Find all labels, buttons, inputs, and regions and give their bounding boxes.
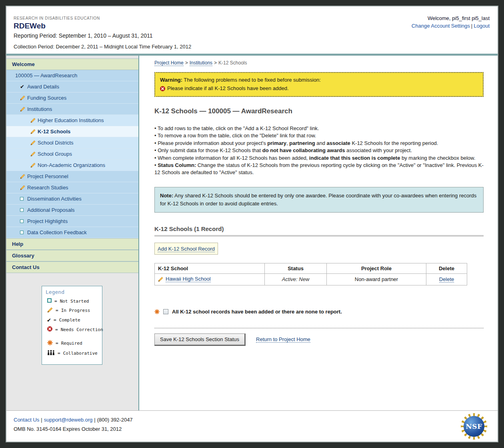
legend-equals: = — [54, 299, 57, 304]
save-section-status-button[interactable]: Save K-12 Schools Section Status — [154, 333, 246, 346]
page-footer: Contact Us|support@rdeweb.org|(800) 392-… — [6, 410, 498, 442]
legend-equals: = — [55, 327, 58, 332]
section-heading: K-12 Schools (1 Record) — [154, 225, 484, 232]
legend-row-not-started: = Not Started — [47, 298, 99, 304]
sidebar-item-label: Funding Sources — [27, 95, 66, 101]
legend-row-required: = Required — [47, 340, 99, 347]
all-records-added-checkbox[interactable] — [163, 309, 168, 314]
sidebar-item-research-studies[interactable]: Research Studies — [6, 182, 138, 193]
required-star-icon — [154, 309, 160, 314]
sidebar-item-funding-sources[interactable]: Funding Sources — [6, 92, 138, 104]
breadcrumb-separator: > — [185, 60, 188, 66]
sidebar-item-glossary[interactable]: Glossary — [6, 250, 138, 261]
sidebar-item-label: Non-Academic Organizations — [38, 162, 105, 168]
logout-link[interactable]: Logout — [474, 23, 490, 29]
school-cell: Hawaii High School — [155, 274, 265, 285]
account-links: Change Account Settings|Logout — [412, 23, 490, 29]
legend-label: Needs Correction — [61, 327, 103, 332]
delete-row-link[interactable]: Delete — [439, 276, 454, 283]
actions-separator — [154, 328, 484, 328]
sidebar-item-label: Institutions — [27, 106, 52, 112]
footer-phone: (800) 392-2047 — [97, 417, 133, 423]
column-header-project-role: Project Role — [327, 263, 426, 274]
add-k12-school-record-button[interactable]: Add K-12 School Record — [154, 243, 218, 255]
column-header-status: Status — [265, 263, 327, 274]
legend-label: Collaborative — [63, 351, 98, 356]
sidebar-item-institutions[interactable]: Institutions — [6, 104, 138, 115]
sidebar-item-school-groups[interactable]: School Groups — [6, 149, 138, 160]
sidebar-nav: Welcome 100005 — AwardResearch ✔Award De… — [6, 56, 139, 410]
table-row: Hawaii High School Active: New Non-award… — [155, 274, 467, 285]
sidebar-item-label: Project Highlights — [27, 218, 68, 224]
sidebar-item-label: Award Details — [27, 84, 59, 90]
sidebar-item-additional-proposals[interactable]: Additional Proposals — [6, 205, 138, 216]
sidebar-item-dissemination-activities[interactable]: Dissemination Activities — [6, 193, 138, 205]
sidebar-item-non-academic-organizations[interactable]: Non-Academic Organizations — [6, 160, 138, 171]
sidebar-item-project-highlights[interactable]: Project Highlights — [6, 216, 138, 227]
legend-equals: = — [58, 351, 60, 356]
add-k12-school-record-link[interactable]: Add K-12 School Record — [158, 246, 215, 252]
instruction-item: Only submit data for those K-12 Schools … — [154, 147, 484, 154]
link-separator: | — [471, 23, 472, 29]
sidebar-item-label: School Groups — [38, 151, 72, 157]
instruction-item: When complete information for all K-12 S… — [154, 155, 484, 162]
legend-label: Not Started — [60, 299, 89, 304]
pencil-icon — [20, 95, 27, 100]
sidebar-item-help[interactable]: Help — [6, 238, 138, 250]
school-record-link[interactable]: Hawaii High School — [166, 276, 211, 282]
sidebar-item-project-personnel[interactable]: Project Personnel — [6, 171, 138, 182]
legend-equals: = — [54, 317, 56, 323]
sidebar-item-contact-us[interactable]: Contact Us — [6, 261, 138, 273]
sidebar-item-data-collection-feedback[interactable]: Data Collection Feedback — [6, 227, 138, 238]
pencil-icon — [158, 277, 163, 282]
sidebar-item-label: Additional Proposals — [27, 207, 75, 213]
not-started-icon — [20, 219, 27, 223]
breadcrumb-project-home[interactable]: Project Home — [154, 60, 184, 66]
return-to-project-home-link[interactable]: Return to Project Home — [256, 336, 310, 343]
sidebar-item-school-districts[interactable]: School Districts — [6, 137, 138, 149]
sidebar-item-k12-schools[interactable]: K-12 Schools — [6, 126, 138, 137]
instruction-item: To remove a row from the table, click on… — [154, 132, 484, 139]
reporting-period: Reporting Period: September 1, 2010 – Au… — [14, 32, 191, 39]
column-header-delete: Delete — [426, 263, 467, 274]
check-icon: ✔ — [20, 84, 27, 89]
instruction-item: To add rows to the table, click on the "… — [154, 125, 484, 132]
app-window: RESEARCH IN DISABILITIES EDUCATION RDEWe… — [6, 6, 498, 442]
sidebar-item-higher-education-institutions[interactable]: Higher Education Institutions — [6, 115, 138, 126]
pencil-icon — [30, 163, 38, 168]
nsf-globe-icon: NSF — [464, 416, 484, 437]
sidebar-item-award-details[interactable]: ✔Award Details — [6, 81, 138, 92]
nsf-logo-text: NSF — [466, 422, 482, 430]
welcome-text: Welcome, pi5_first pi5_last — [412, 15, 490, 21]
instructions-list: To add rows to the table, click on the "… — [154, 125, 484, 177]
legend-box: Legend = Not Started = In Progress ✔ = — [42, 286, 102, 365]
pencil-icon — [30, 140, 38, 145]
note-box: Note: Any shared K-12 Schools should be … — [154, 187, 484, 213]
footer-contact-us-link[interactable]: Contact Us — [14, 417, 39, 423]
not-started-icon — [20, 231, 27, 234]
warning-box: Warning: The following problems need to … — [154, 72, 484, 97]
not-started-icon — [20, 197, 27, 201]
sidebar-item-welcome[interactable]: Welcome — [6, 58, 138, 70]
sidebar-item-label: Research Studies — [27, 185, 68, 191]
sidebar-item-label: Welcome — [12, 61, 35, 67]
not-started-icon — [20, 208, 27, 212]
pencil-icon — [30, 151, 38, 157]
in-progress-pencil-icon — [47, 307, 53, 314]
change-account-settings-link[interactable]: Change Account Settings — [412, 23, 470, 29]
actions-row: Save K-12 Schools Section Status Return … — [154, 333, 484, 346]
legend-row-collaborative: = Collaborative — [47, 350, 99, 356]
complete-check-icon: ✔ — [47, 317, 51, 323]
k12-schools-table: K-12 School Status Project Role Delete H… — [154, 263, 467, 285]
pencil-icon — [20, 185, 27, 190]
breadcrumb-institutions[interactable]: Institutions — [190, 60, 212, 66]
sidebar-item-award-100005[interactable]: 100005 — AwardResearch — [6, 70, 138, 81]
sidebar-item-label: K-12 Schools — [38, 129, 70, 135]
sidebar-item-label: Higher Education Institutions — [38, 117, 104, 123]
legend-equals: = — [56, 341, 58, 346]
breadcrumb-current: K-12 Schools — [218, 60, 247, 66]
footer-email-link[interactable]: support@rdeweb.org — [44, 417, 93, 423]
warning-item: Please indicate if all K-12 Schools have… — [160, 85, 478, 92]
delete-cell: Delete — [426, 274, 467, 285]
pencil-icon — [20, 106, 27, 112]
